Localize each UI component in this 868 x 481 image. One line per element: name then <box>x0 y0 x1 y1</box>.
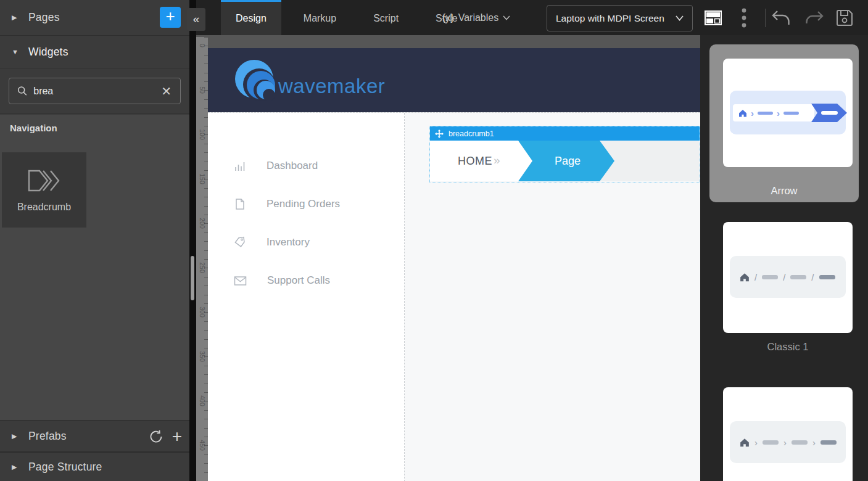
widget-search-box[interactable]: ✕ <box>9 78 181 104</box>
breadcrumb-item-page[interactable]: Page <box>518 141 614 181</box>
design-canvas: 0 50 100 150 200 250 300 350 400 450 <box>196 35 700 481</box>
nav-item-label: Support Calls <box>267 274 330 287</box>
nav-item-inventory[interactable]: Inventory <box>208 223 404 261</box>
slash-separator: / <box>811 272 814 282</box>
search-input[interactable] <box>33 86 161 97</box>
classic1-preview-strip: / / / <box>730 256 846 298</box>
third-preview-strip: › › › <box>730 421 846 463</box>
slash-separator: / <box>783 272 785 282</box>
breadcrumb-icon <box>27 168 62 193</box>
kebab-menu-icon <box>742 7 746 28</box>
nav-item-dashboard[interactable]: Dashboard <box>208 147 404 185</box>
crumb-placeholder <box>783 112 799 115</box>
wavemaker-logo-text: wavemaker <box>278 75 385 98</box>
breadcrumb-widget-tile[interactable]: Breadcrumb <box>2 152 86 228</box>
widgets-label: Widgets <box>28 46 68 59</box>
style-option-third[interactable]: › › › <box>723 387 853 481</box>
crumb-placeholder <box>790 275 806 279</box>
style-option-arrow[interactable]: › › Arrow <box>709 44 859 202</box>
tab-design[interactable]: Design <box>221 0 281 35</box>
page-header: wavemaker <box>208 48 700 112</box>
nav-item-label: Inventory <box>267 236 310 249</box>
vertical-ruler: 0 50 100 150 200 250 300 350 400 450 <box>196 37 208 481</box>
style-option-classic1[interactable]: / / / <box>723 222 853 333</box>
ruler-mark: 350 <box>199 351 206 362</box>
variables-icon: {x} <box>442 12 454 23</box>
editor-tabs: Design Markup Script Style <box>221 0 480 35</box>
wavemaker-logo-icon <box>234 59 276 102</box>
document-icon <box>234 198 246 210</box>
sidebar-scrollbar[interactable] <box>191 256 194 300</box>
home-icon <box>740 438 750 447</box>
redo-button[interactable] <box>804 0 824 35</box>
add-prefab-icon[interactable]: + <box>172 428 182 445</box>
bar-chart-icon <box>234 160 246 172</box>
toolbar-divider <box>765 9 766 27</box>
save-button[interactable] <box>835 0 854 35</box>
preview-page: wavemaker Dashboard <box>208 48 700 481</box>
widget-selection-bar[interactable]: breadcrumb1 <box>430 126 700 141</box>
pages-label: Pages <box>28 11 60 24</box>
breadcrumb-separator: » <box>494 141 500 181</box>
layout-icon <box>705 10 722 25</box>
sidebar-item-page-structure[interactable]: ▶ Page Structure <box>0 452 189 481</box>
refresh-icon[interactable] <box>149 429 163 444</box>
slash-separator: / <box>754 272 757 282</box>
arrow-preview-strip: › › <box>730 91 846 134</box>
page-body: Dashboard Pending Orders <box>208 112 700 481</box>
tab-script[interactable]: Script <box>358 0 413 35</box>
ruler-mark: 100 <box>199 129 206 140</box>
nav-item-pending-orders[interactable]: Pending Orders <box>208 185 404 223</box>
undo-button[interactable] <box>771 0 791 35</box>
wavemaker-studio: ▶ Pages + ▼ Widgets ✕ Navigation <box>0 0 868 481</box>
chevron-right-icon: › <box>754 437 758 448</box>
ruler-mark: 300 <box>199 306 206 318</box>
crumb-placeholder-active <box>819 275 835 279</box>
tab-markup[interactable]: Markup <box>289 0 351 35</box>
chevron-down-icon <box>676 15 684 21</box>
nav-item-label: Dashboard <box>267 160 318 172</box>
prefabs-label: Prefabs <box>28 430 67 443</box>
more-options-button[interactable] <box>742 0 746 35</box>
move-icon[interactable] <box>435 130 444 138</box>
chevron-right-icon: › <box>751 109 754 118</box>
chevron-right-icon: › <box>777 109 780 118</box>
add-page-button[interactable]: + <box>160 7 181 28</box>
redo-icon <box>804 11 824 25</box>
nav-item-support-calls[interactable]: Support Calls <box>208 261 404 300</box>
collapse-sidebar-button[interactable]: « <box>187 8 205 31</box>
breadcrumb-style-panel: › › Arrow <box>700 35 868 481</box>
crumb-placeholder <box>763 440 779 445</box>
breadcrumb-item-home[interactable]: HOME <box>458 141 492 181</box>
chevron-right-icon: › <box>812 437 816 448</box>
left-sidebar: ▶ Pages + ▼ Widgets ✕ Navigation <box>0 0 189 481</box>
top-toolbar: Design Markup Script Style {x} Variables… <box>196 0 868 35</box>
chevron-right-icon: ▶ <box>12 432 19 440</box>
chevron-right-icon: ▶ <box>12 463 19 471</box>
page-left-nav: Dashboard Pending Orders <box>208 113 405 481</box>
sidebar-item-widgets[interactable]: ▼ Widgets <box>0 36 189 68</box>
arrow-preview-active-crumb <box>811 104 847 125</box>
layout-panel-button[interactable] <box>705 0 722 35</box>
undo-icon <box>771 10 791 26</box>
nav-item-label: Pending Orders <box>267 198 340 210</box>
navigation-section-label: Navigation <box>10 123 57 133</box>
crumb-placeholder-active <box>820 440 837 445</box>
sidebar-item-pages[interactable]: ▶ Pages + <box>0 0 189 36</box>
ruler-mark: 450 <box>199 440 206 451</box>
chevron-down-icon <box>503 15 510 20</box>
variables-menu[interactable]: {x} Variables <box>442 0 510 35</box>
style-option-label: Classic 1 <box>723 341 853 353</box>
crumb-placeholder <box>762 275 778 279</box>
widget-name-label: breadcrumb1 <box>448 130 494 138</box>
device-selector[interactable]: Laptop with MDPI Screen <box>547 5 693 31</box>
style-option-arrow-preview[interactable]: › › <box>723 59 853 167</box>
sidebar-item-prefabs[interactable]: ▶ Prefabs + <box>0 420 189 452</box>
breadcrumb-bar: HOME » Page <box>430 141 700 181</box>
clear-search-icon[interactable]: ✕ <box>161 85 172 97</box>
crumb-placeholder <box>792 440 808 445</box>
home-icon <box>740 273 750 282</box>
ruler-mark: 250 <box>199 262 206 273</box>
breadcrumb-widget[interactable]: breadcrumb1 HOME » Page <box>429 126 700 183</box>
chevron-down-icon: ▼ <box>12 48 19 56</box>
